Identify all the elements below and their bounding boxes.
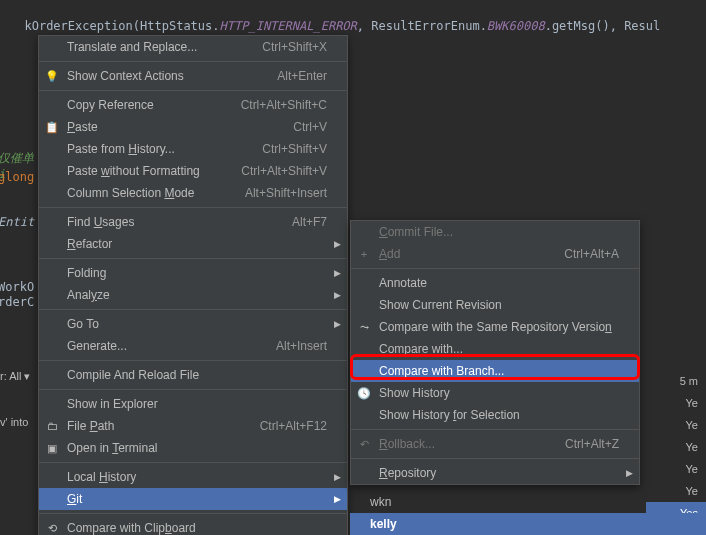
editor-context-menu[interactable]: Translate and Replace...Ctrl+Shift+X💡Sho… xyxy=(38,35,348,535)
blank-icon xyxy=(355,224,373,240)
blank-icon xyxy=(355,465,373,481)
menu-item-git[interactable]: Git▶ xyxy=(39,488,347,510)
blank-icon xyxy=(43,97,61,113)
menu-item-show-in-explorer[interactable]: Show in Explorer xyxy=(39,393,347,415)
vcs-log-table[interactable]: wkn kelly xyxy=(350,491,706,535)
submenu-arrow-icon: ▶ xyxy=(334,290,341,300)
submenu-arrow-icon: ▶ xyxy=(334,239,341,249)
menu-item-shortcut: Ctrl+Alt+A xyxy=(564,247,619,261)
menu-item-compare-with-the-same-repository-version[interactable]: ⤳Compare with the Same Repository Versio… xyxy=(351,316,639,338)
menu-item-translate-and-replace[interactable]: Translate and Replace...Ctrl+Shift+X xyxy=(39,36,347,58)
blank-icon xyxy=(43,316,61,332)
blank-icon xyxy=(43,367,61,383)
menu-item-show-history[interactable]: 🕓Show History xyxy=(351,382,639,404)
menu-item-label: Paste without Formatting xyxy=(67,164,221,178)
menu-item-commit-file: Commit File... xyxy=(351,221,639,243)
log-fragment: v' into xyxy=(0,416,28,428)
blank-icon xyxy=(43,39,61,55)
blank-icon xyxy=(355,275,373,291)
menu-item-paste-without-formatting[interactable]: Paste without FormattingCtrl+Alt+Shift+V xyxy=(39,160,347,182)
submenu-arrow-icon: ▶ xyxy=(334,268,341,278)
menu-item-shortcut: Ctrl+Shift+X xyxy=(262,40,327,54)
menu-item-label: Compile And Reload File xyxy=(67,368,327,382)
menu-item-add: +AddCtrl+Alt+A xyxy=(351,243,639,265)
menu-item-label: Repository xyxy=(379,466,619,480)
+-icon: + xyxy=(355,246,373,262)
menu-item-analyze[interactable]: Analyze▶ xyxy=(39,284,347,306)
menu-item-annotate[interactable]: Annotate xyxy=(351,272,639,294)
menu-item-local-history[interactable]: Local History▶ xyxy=(39,466,347,488)
menu-separator xyxy=(39,389,347,390)
menu-item-shortcut: Ctrl+Shift+V xyxy=(262,142,327,156)
menu-item-paste-from-history[interactable]: Paste from History...Ctrl+Shift+V xyxy=(39,138,347,160)
menu-item-label: Refactor xyxy=(67,237,327,251)
menu-item-paste[interactable]: 📋PasteCtrl+V xyxy=(39,116,347,138)
blank-icon xyxy=(43,214,61,230)
blank-icon xyxy=(43,491,61,507)
menu-item-label: Git xyxy=(67,492,327,506)
blank-icon xyxy=(43,396,61,412)
table-row: wkn xyxy=(350,491,706,513)
menu-item-label: Show Context Actions xyxy=(67,69,257,83)
menu-item-label: Folding xyxy=(67,266,327,280)
menu-item-label: File Path xyxy=(67,419,240,433)
menu-item-label: Paste xyxy=(67,120,273,134)
menu-item-compare-with-clipboard[interactable]: ⟲Compare with Clipboard xyxy=(39,517,347,535)
submenu-arrow-icon: ▶ xyxy=(626,468,633,478)
menu-item-label: Show History for Selection xyxy=(379,408,619,422)
menu-item-folding[interactable]: Folding▶ xyxy=(39,262,347,284)
menu-item-shortcut: Ctrl+Alt+F12 xyxy=(260,419,327,433)
menu-item-compare-with-branch[interactable]: Compare with Branch... xyxy=(351,360,639,382)
menu-item-label: Rollback... xyxy=(379,437,545,451)
menu-item-shortcut: Ctrl+Alt+Shift+C xyxy=(241,98,327,112)
menu-item-shortcut: Alt+Shift+Insert xyxy=(245,186,327,200)
menu-item-label: Compare with Branch... xyxy=(379,364,619,378)
menu-item-find-usages[interactable]: Find UsagesAlt+F7 xyxy=(39,211,347,233)
submenu-arrow-icon: ▶ xyxy=(334,494,341,504)
blank-icon xyxy=(355,341,373,357)
menu-item-show-current-revision[interactable]: Show Current Revision xyxy=(351,294,639,316)
menu-separator xyxy=(39,462,347,463)
blank-icon xyxy=(355,363,373,379)
menu-item-label: Find Usages xyxy=(67,215,272,229)
menu-item-shortcut: Ctrl+Alt+Z xyxy=(565,437,619,451)
menu-separator xyxy=(39,258,347,259)
⟲-icon: ⟲ xyxy=(43,520,61,535)
blank-icon xyxy=(43,287,61,303)
menu-item-show-history-for-selection[interactable]: Show History for Selection xyxy=(351,404,639,426)
menu-item-compare-with[interactable]: Compare with... xyxy=(351,338,639,360)
filter-dropdown[interactable]: r: All ▾ xyxy=(0,370,40,383)
menu-item-open-in-terminal[interactable]: ▣Open in Terminal xyxy=(39,437,347,459)
blank-icon xyxy=(355,407,373,423)
menu-item-compile-and-reload-file[interactable]: Compile And Reload File xyxy=(39,364,347,386)
menu-item-generate[interactable]: Generate...Alt+Insert xyxy=(39,335,347,357)
table-row: kelly xyxy=(350,513,706,535)
menu-item-copy-reference[interactable]: Copy ReferenceCtrl+Alt+Shift+C xyxy=(39,94,347,116)
menu-item-shortcut: Alt+F7 xyxy=(292,215,327,229)
menu-item-label: Copy Reference xyxy=(67,98,221,112)
menu-item-show-context-actions[interactable]: 💡Show Context ActionsAlt+Enter xyxy=(39,65,347,87)
menu-item-shortcut: Alt+Insert xyxy=(276,339,327,353)
📋-icon: 📋 xyxy=(43,119,61,135)
menu-item-label: Show History xyxy=(379,386,619,400)
menu-separator xyxy=(351,268,639,269)
menu-item-label: Annotate xyxy=(379,276,619,290)
menu-separator xyxy=(39,513,347,514)
🗀-icon: 🗀 xyxy=(43,418,61,434)
blank-icon xyxy=(43,185,61,201)
git-submenu[interactable]: Commit File...+AddCtrl+Alt+AAnnotateShow… xyxy=(350,220,640,485)
menu-item-label: Go To xyxy=(67,317,327,331)
menu-item-label: Paste from History... xyxy=(67,142,242,156)
menu-item-label: Compare with the Same Repository Version xyxy=(379,320,619,334)
blank-icon xyxy=(43,163,61,179)
menu-item-shortcut: Alt+Enter xyxy=(277,69,327,83)
menu-item-repository[interactable]: Repository▶ xyxy=(351,462,639,484)
menu-separator xyxy=(39,90,347,91)
submenu-arrow-icon: ▶ xyxy=(334,472,341,482)
menu-item-go-to[interactable]: Go To▶ xyxy=(39,313,347,335)
menu-separator xyxy=(351,429,639,430)
menu-item-label: Analyze xyxy=(67,288,327,302)
menu-item-column-selection-mode[interactable]: Column Selection ModeAlt+Shift+Insert xyxy=(39,182,347,204)
menu-item-file-path[interactable]: 🗀File PathCtrl+Alt+F12 xyxy=(39,415,347,437)
menu-item-refactor[interactable]: Refactor▶ xyxy=(39,233,347,255)
